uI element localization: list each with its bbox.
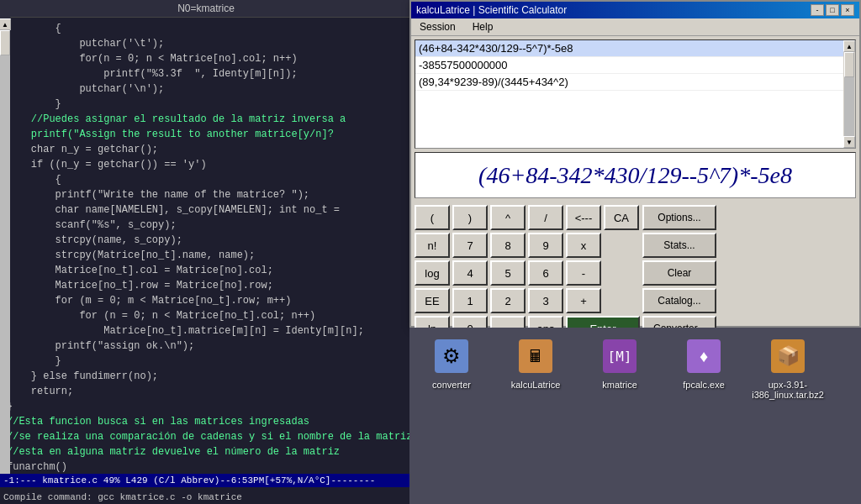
- editor-scrollbar[interactable]: ▲ ▼: [0, 17, 10, 487]
- btn-1[interactable]: 1: [452, 288, 488, 313]
- button-row-2: n! 7 8 9 x: [415, 233, 640, 258]
- btn-close-paren[interactable]: ): [452, 205, 488, 230]
- code-line: for (m = 0; m < Matrice[no_t].row; m++): [7, 293, 405, 308]
- code-line: {: [7, 172, 405, 187]
- code-line: } else fundimerr(no);: [7, 369, 405, 384]
- menu-session[interactable]: Session: [416, 20, 459, 34]
- code-line-comment: printf("Assign the result to another mat…: [7, 127, 405, 142]
- button-row-4: EE 1 2 3 +: [415, 288, 640, 313]
- editor-titlebar: N0=kmatrice: [0, 0, 412, 18]
- history-scroll-up[interactable]: ▲: [843, 40, 855, 52]
- btn-factorial[interactable]: n!: [415, 233, 450, 258]
- btn-4[interactable]: 4: [452, 260, 488, 286]
- kalculatrice-icon: 🖩: [515, 336, 556, 376]
- code-line: Matrice[no_t].col = Matrice[no].col;: [7, 263, 405, 278]
- upx-label: upx-3.91- i386_linux.tar.bz2: [752, 380, 824, 400]
- converter-label: converter: [432, 380, 471, 390]
- btn-7[interactable]: 7: [452, 233, 488, 258]
- btn-catalog[interactable]: Catalog...: [642, 288, 716, 313]
- close-button[interactable]: ×: [841, 4, 854, 16]
- editor-content[interactable]: { putchar('\t'); for(n = 0; n < Matrice[…: [0, 18, 412, 485]
- history-scroll-down[interactable]: ▼: [843, 136, 855, 148]
- kalculatrice-label: kalcuLatrice: [511, 380, 561, 390]
- fpcalc-label: fpcalc.exe: [683, 380, 725, 390]
- btn-backspace[interactable]: <---: [566, 205, 601, 230]
- code-line: Matrice[no_t].row = Matrice[no].row;: [7, 278, 405, 293]
- btn-stats[interactable]: Stats...: [642, 233, 716, 258]
- code-line-comment: //Esta funcion busca si en las matrices …: [7, 414, 405, 429]
- code-line: Matrice[no_t].matrice[m][n] = Identy[m][…: [7, 323, 405, 339]
- expression-text: (46+84-342*430/129--5^7)*-5e8: [478, 162, 792, 189]
- history-item-2[interactable]: -38557500000000: [415, 57, 855, 74]
- upx-icon: 📦: [768, 336, 808, 376]
- button-row-1: ( ) ^ / <--- CA: [415, 205, 640, 230]
- code-line: return;: [7, 384, 405, 399]
- btn-9[interactable]: 9: [528, 233, 563, 258]
- code-line: }: [7, 354, 405, 369]
- btn-divide[interactable]: /: [528, 205, 563, 230]
- calc-window: kalcuLatrice | Scientific Calculator - □…: [409, 0, 861, 328]
- code-editor: N0=kmatrice ▲ ▼ { putchar('\t'); for(n =…: [0, 0, 412, 504]
- calc-titlebar-buttons: - □ ×: [811, 4, 854, 16]
- code-line: char n_y = getchar();: [7, 142, 405, 157]
- btn-2[interactable]: 2: [490, 288, 526, 313]
- btn-power[interactable]: ^: [490, 205, 526, 230]
- btn-3[interactable]: 3: [528, 288, 563, 313]
- btn-add[interactable]: +: [566, 288, 601, 313]
- btn-8[interactable]: 8: [490, 233, 526, 258]
- code-line: strcpy(name, s_copy);: [7, 233, 405, 248]
- code-line: printf("assign ok.\n");: [7, 339, 405, 354]
- history-item-3[interactable]: (89,34*9239-89)/(3445+434^2): [415, 74, 855, 91]
- calc-title: kalcuLatrice | Scientific Calculator: [416, 4, 567, 16]
- maximize-button[interactable]: □: [826, 4, 839, 16]
- calc-menubar: Session Help: [411, 18, 859, 36]
- code-line: printf("%3.3f ", Identy[m][n]);: [7, 66, 405, 81]
- desktop-area: ⚙ converter 🖩 kalcuLatrice [M] kmatrice …: [409, 328, 861, 504]
- menu-help[interactable]: Help: [469, 20, 497, 34]
- code-line: putchar('\t');: [7, 36, 405, 51]
- code-line-comment: //se realiza una comparación de cadenas …: [7, 429, 405, 444]
- cmd-text: Compile command: gcc kmatrice.c -o kmatr…: [3, 492, 242, 502]
- history-item-1[interactable]: (46+84-342*430/129--5^7)*-5e8: [415, 40, 855, 57]
- btn-ee[interactable]: EE: [415, 288, 450, 313]
- btn-open-paren[interactable]: (: [415, 205, 450, 230]
- code-line: scanf("%s", s_copy);: [7, 218, 405, 233]
- code-line: }: [7, 97, 405, 112]
- history-scroll-track: [844, 52, 854, 136]
- code-line-comment: //Puedes asignar el resultado de la matr…: [7, 112, 405, 127]
- btn-options[interactable]: Options...: [642, 205, 716, 230]
- calc-titlebar: kalcuLatrice | Scientific Calculator - □…: [411, 2, 859, 18]
- code-line-comment: //esta en alguna matriz devuelve el núme…: [7, 444, 405, 459]
- desktop-icon-kmatrice[interactable]: [M] kmatrice: [586, 336, 653, 390]
- btn-ca[interactable]: CA: [604, 205, 639, 230]
- kmatrice-label: kmatrice: [602, 380, 637, 390]
- btn-clear[interactable]: Clear: [642, 260, 716, 286]
- calc-expression-display: (46+84-342*430/129--5^7)*-5e8: [415, 152, 856, 198]
- minimize-button[interactable]: -: [811, 4, 824, 16]
- code-line: putchar('\n');: [7, 81, 405, 97]
- btn-multiply[interactable]: x: [566, 233, 601, 258]
- btn-subtract[interactable]: -: [566, 260, 601, 286]
- btn-log[interactable]: log: [415, 260, 450, 286]
- scroll-up-arrow[interactable]: ▲: [0, 18, 11, 30]
- desktop-icon-kalculatrice[interactable]: 🖩 kalcuLatrice: [502, 336, 569, 390]
- desktop-icon-converter[interactable]: ⚙ converter: [418, 336, 485, 390]
- status-text: -1:--- kmatrice.c 49% L429 (C/l Abbrev)-…: [3, 475, 375, 486]
- desktop-icon-fpcalc[interactable]: ♦ fpcalc.exe: [670, 336, 737, 390]
- calc-display-area: ▲ ▼ (46+84-342*430/129--5^7)*-5e8 -38557…: [415, 39, 856, 149]
- converter-icon: ⚙: [431, 336, 472, 376]
- editor-statusbar: -1:--- kmatrice.c 49% L429 (C/l Abbrev)-…: [0, 474, 412, 487]
- scroll-track: [0, 30, 10, 474]
- editor-title: N0=kmatrice: [177, 3, 235, 14]
- button-row-3: log 4 5 6 -: [415, 260, 640, 286]
- code-line: if ((n_y = getchar()) == 'y'): [7, 157, 405, 172]
- scroll-thumb[interactable]: [0, 30, 10, 55]
- kmatrice-icon: [M]: [600, 336, 640, 376]
- history-scroll-thumb[interactable]: [844, 52, 854, 77]
- code-line: funarchm(): [7, 459, 405, 475]
- btn-6[interactable]: 6: [528, 260, 563, 286]
- calc-history-scrollbar[interactable]: ▲ ▼: [843, 40, 855, 148]
- code-line: strcpy(Matrice[no_t].name, name);: [7, 248, 405, 263]
- btn-5[interactable]: 5: [490, 260, 526, 286]
- desktop-icon-upx[interactable]: 📦 upx-3.91- i386_linux.tar.bz2: [754, 336, 821, 400]
